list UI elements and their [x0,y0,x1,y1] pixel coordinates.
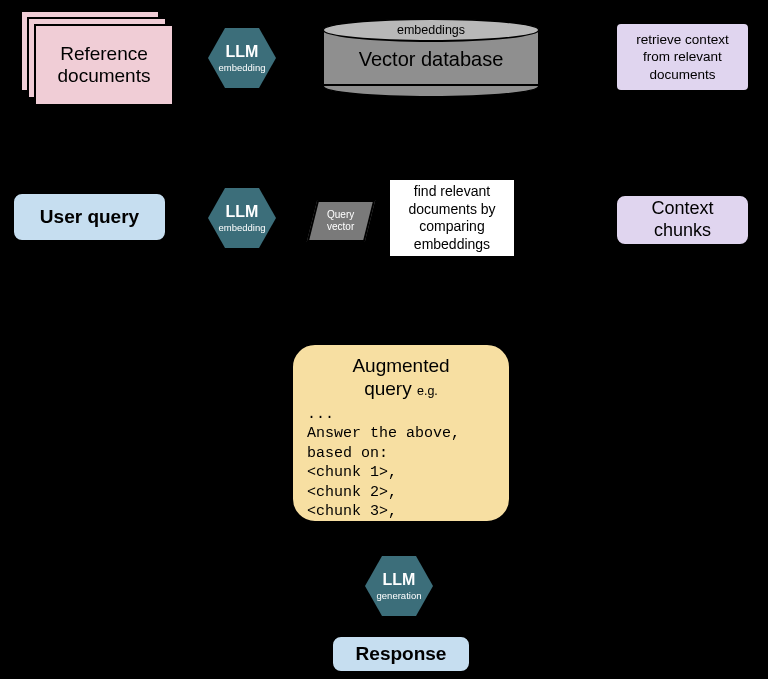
augmented-code: ... Answer the above, based on: <chunk 1… [307,405,495,522]
cylinder-top-icon: embeddings [322,18,540,42]
augmented-title-sub: query [364,378,412,399]
llm-label: LLM [226,203,259,221]
find-relevant-text: find relevant documents by comparing emb… [408,183,495,253]
response-text: Response [356,643,447,665]
llm-sublabel: embedding [218,222,265,233]
context-chunks-box: Context chunks [615,194,750,246]
reference-documents: Reference documents [20,10,175,105]
reference-documents-text: Reference documents [58,43,151,87]
llm-label: LLM [383,571,416,589]
llm-sublabel: embedding [218,62,265,73]
augmented-query-box: Augmented query e.g. ... Answer the abov… [291,343,511,523]
llm-sublabel: generation [377,590,422,601]
vector-db-label: Vector database [322,48,540,71]
find-relevant-box: find relevant documents by comparing emb… [388,178,516,258]
query-vector: Query vector [307,200,375,242]
llm-embedding-node-2: LLM embedding [208,188,276,248]
vector-database: embeddings Vector database [322,18,540,98]
context-chunks-text: Context chunks [651,198,713,241]
llm-embedding-node-1: LLM embedding [208,28,276,88]
llm-generation-node: LLM generation [365,556,433,616]
llm-label: LLM [226,43,259,61]
retrieve-context-text: retrieve context from relevant documents [636,31,728,84]
query-vector-text: Query vector [327,209,354,233]
retrieve-context-box: retrieve context from relevant documents [615,22,750,92]
reference-documents-label: Reference documents [34,24,174,106]
response-box: Response [331,635,471,673]
user-query-text: User query [40,206,139,228]
augmented-title-main: Augmented [352,355,449,376]
augmented-title: Augmented query e.g. [307,355,495,401]
user-query-box: User query [12,192,167,242]
augmented-eg: e.g. [417,384,438,398]
embeddings-label: embeddings [397,23,465,37]
